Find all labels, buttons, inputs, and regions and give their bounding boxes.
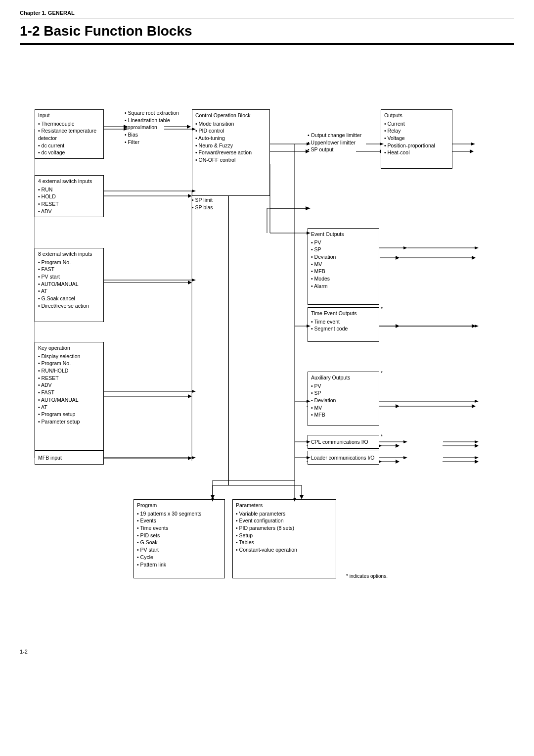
svg-marker-3: [187, 125, 191, 129]
key-operation-block: Key operation Display selection Program …: [35, 342, 104, 451]
control-operation-list: Mode transition PID control Auto-tuning …: [195, 120, 267, 164]
key-operation-title: Key operation: [38, 344, 100, 352]
time-event-outputs-list: Time event Segment code: [311, 318, 376, 332]
svg-marker-80: [403, 246, 407, 249]
parameters-block: Parameters Variable parameters Event con…: [232, 499, 336, 578]
svg-marker-50: [300, 495, 304, 499]
event-outputs-list: PV SP Deviation MV MFB Modes Alarm: [311, 239, 376, 290]
svg-marker-73: [192, 456, 196, 459]
mfb-label: MFB input: [38, 454, 62, 462]
svg-marker-20: [188, 281, 192, 284]
page-number: 1-2: [20, 649, 514, 655]
asterisk-cpl: *: [381, 434, 383, 439]
svg-marker-18: [472, 256, 476, 260]
svg-marker-44: [188, 456, 192, 460]
program-list: 19 patterns x 30 segments Events Time ev…: [137, 510, 222, 568]
svg-marker-82: [475, 246, 479, 249]
auxiliary-outputs-title: Auxiliary Outputs: [311, 374, 376, 381]
input-title: Input: [38, 112, 100, 119]
svg-marker-90: [475, 400, 479, 403]
loader-block: Loader communications I/O: [308, 451, 379, 465]
svg-marker-34: [475, 444, 479, 448]
four-external-block: 4 external switch inputs RUN HOLD RESET …: [35, 175, 104, 217]
key-operation-list: Display selection Program No. RUN/HOLD R…: [38, 353, 100, 425]
four-external-title: 4 external switch inputs: [38, 178, 100, 185]
asterisk-time: *: [381, 306, 383, 312]
event-outputs-block: Event Outputs PV SP Deviation MV MFB Mod…: [308, 228, 379, 305]
svg-marker-24: [472, 324, 476, 328]
cpl-block: CPL communications I/O: [308, 435, 379, 449]
svg-marker-11: [188, 194, 192, 198]
chapter-header: Chapter 1. GENERAL: [20, 10, 514, 18]
outputs-list: Current Relay Voltage Position-proportio…: [384, 120, 449, 156]
four-external-list: RUN HOLD RESET ADV: [38, 186, 100, 215]
eight-external-block: 8 external switch inputs Program No. FAS…: [35, 248, 104, 322]
svg-marker-13: [306, 206, 310, 210]
input-list: Thermocouple Resistance temperature dete…: [38, 120, 100, 156]
time-event-outputs-block: Time Event Outputs Time event Segment co…: [308, 307, 379, 342]
svg-marker-22: [396, 324, 400, 328]
svg-marker-48: [211, 495, 215, 499]
sp-block: • SP limit • SP bias: [192, 196, 270, 211]
svg-marker-16: [396, 256, 400, 260]
time-event-outputs-title: Time Event Outputs: [311, 310, 376, 317]
svg-marker-40: [475, 460, 479, 464]
outputs-title: Outputs: [384, 112, 449, 119]
output-change-block: • Output change limitter • Upper/lower l…: [308, 132, 367, 153]
processing-block: • Square root extraction • Linearization…: [125, 109, 186, 145]
svg-marker-75: [307, 207, 311, 210]
svg-marker-32: [396, 444, 400, 448]
eight-external-list: Program No. FAST PV start AUTO/MANUAL AT…: [38, 259, 100, 310]
program-block: Program 19 patterns x 30 segments Events…: [134, 499, 225, 578]
svg-marker-65: [471, 142, 475, 145]
asterisk-aux: *: [381, 371, 383, 376]
svg-marker-94: [403, 440, 407, 443]
svg-marker-71: [192, 390, 196, 393]
diagram-container: Input Thermocouple Resistance temperatur…: [20, 55, 514, 639]
outputs-block: Outputs Current Relay Voltage Position-p…: [381, 109, 452, 169]
output-change-list: • Output change limitter • Upper/lower l…: [308, 132, 367, 153]
input-block: Input Thermocouple Resistance temperatur…: [35, 109, 104, 159]
svg-marker-9: [470, 149, 474, 153]
sp-list: • SP limit • SP bias: [192, 196, 270, 211]
svg-marker-30: [472, 404, 476, 408]
processing-list: • Square root extraction • Linearization…: [125, 109, 186, 145]
svg-marker-38: [396, 460, 400, 464]
chapter-title: Chapter 1. GENERAL: [20, 10, 75, 16]
event-outputs-title: Event Outputs: [311, 231, 376, 238]
svg-marker-96: [475, 440, 479, 443]
mfb-block: MFB input: [35, 451, 104, 465]
options-note: * indicates options.: [346, 573, 388, 579]
parameters-list: Variable parameters Event configuration …: [236, 510, 333, 554]
parameters-title: Parameters: [236, 502, 333, 509]
auxiliary-outputs-block: Auxiliary Outputs PV SP Deviation MV MFB: [308, 372, 379, 426]
svg-marker-28: [396, 404, 400, 408]
svg-marker-26: [188, 394, 192, 398]
auxiliary-outputs-list: PV SP Deviation MV MFB: [311, 382, 376, 419]
loader-label: Loader communications I/O: [311, 454, 374, 462]
page-title: 1-2 Basic Function Blocks: [20, 23, 514, 45]
control-operation-block: Control Operation Block Mode transition …: [192, 109, 270, 196]
eight-external-title: 8 external switch inputs: [38, 250, 100, 258]
cpl-label: CPL communications I/O: [311, 438, 368, 446]
control-operation-title: Control Operation Block: [195, 112, 267, 119]
program-title: Program: [137, 502, 222, 509]
svg-marker-102: [475, 456, 479, 459]
svg-marker-100: [403, 456, 407, 459]
svg-marker-69: [192, 279, 196, 282]
svg-marker-86: [475, 325, 479, 328]
